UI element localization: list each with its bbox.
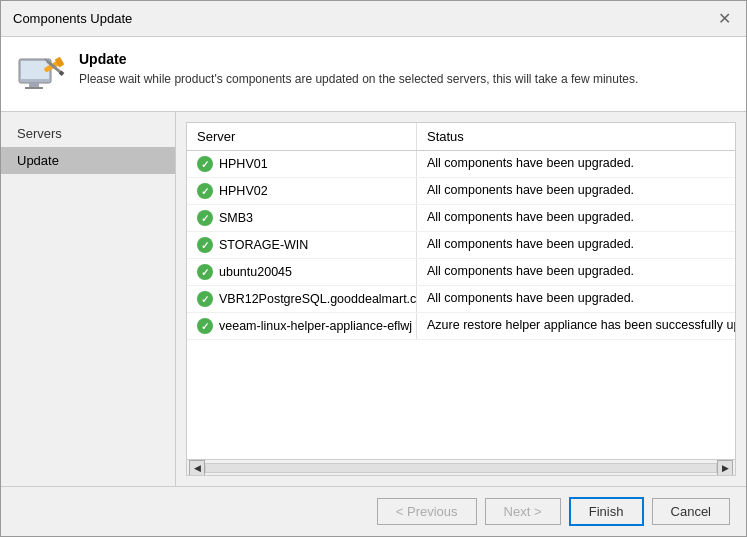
status-cell: All components have been upgraded. (417, 259, 735, 285)
status-cell: All components have been upgraded. (417, 151, 735, 177)
header-text: Update Please wait while product's compo… (79, 51, 638, 88)
svg-rect-3 (25, 87, 43, 89)
title-bar-left: Components Update (13, 11, 132, 26)
check-icon: ✓ (197, 318, 213, 334)
dialog-title: Components Update (13, 11, 132, 26)
svg-rect-2 (29, 83, 39, 87)
server-cell: ✓ubuntu20045 (187, 259, 417, 285)
table-body: ✓HPHV01All components have been upgraded… (187, 151, 735, 459)
table-row: ✓veeam-linux-helper-appliance-eflwjAzure… (187, 313, 735, 340)
check-icon: ✓ (197, 183, 213, 199)
server-cell: ✓SMB3 (187, 205, 417, 231)
next-button[interactable]: Next > (485, 498, 561, 525)
scrollbar-track[interactable] (205, 463, 717, 473)
check-icon: ✓ (197, 264, 213, 280)
status-cell: All components have been upgraded. (417, 232, 735, 258)
server-cell: ✓veeam-linux-helper-appliance-eflwj (187, 313, 417, 339)
col-server-header: Server (187, 123, 417, 150)
server-name: HPHV01 (219, 157, 268, 171)
header-description: Please wait while product's components a… (79, 71, 638, 88)
status-cell: Azure restore helper appliance has been … (417, 313, 735, 339)
check-icon: ✓ (197, 237, 213, 253)
check-icon: ✓ (197, 156, 213, 172)
table-row: ✓VBR12PostgreSQL.gooddealmart.caAll comp… (187, 286, 735, 313)
main-area: Servers Update Server Status ✓HPHV01All … (1, 112, 746, 486)
title-bar: Components Update ✕ (1, 1, 746, 37)
server-cell: ✓STORAGE-WIN (187, 232, 417, 258)
server-name: STORAGE-WIN (219, 238, 308, 252)
server-cell: ✓HPHV02 (187, 178, 417, 204)
server-cell: ✓HPHV01 (187, 151, 417, 177)
check-icon: ✓ (197, 210, 213, 226)
update-icon (17, 51, 65, 99)
server-name: ubuntu20045 (219, 265, 292, 279)
sidebar-item-update[interactable]: Update (1, 147, 175, 174)
col-status-header: Status (417, 123, 735, 150)
table-container: Server Status ✓HPHV01All components have… (186, 122, 736, 476)
table-row: ✓HPHV01All components have been upgraded… (187, 151, 735, 178)
dialog: Components Update ✕ (0, 0, 747, 537)
scroll-left-button[interactable]: ◀ (189, 460, 205, 476)
cancel-button[interactable]: Cancel (652, 498, 730, 525)
finish-button[interactable]: Finish (569, 497, 644, 526)
content-area: Server Status ✓HPHV01All components have… (176, 112, 746, 486)
footer: < Previous Next > Finish Cancel (1, 486, 746, 536)
server-name: HPHV02 (219, 184, 268, 198)
check-icon: ✓ (197, 291, 213, 307)
table-row: ✓STORAGE-WINAll components have been upg… (187, 232, 735, 259)
table-row: ✓SMB3All components have been upgraded. (187, 205, 735, 232)
sidebar: Servers Update (1, 112, 176, 486)
server-name: VBR12PostgreSQL.gooddealmart.ca (219, 292, 417, 306)
header-icon (17, 51, 65, 99)
status-cell: All components have been upgraded. (417, 178, 735, 204)
header-title: Update (79, 51, 638, 67)
close-button[interactable]: ✕ (714, 9, 734, 29)
server-name: veeam-linux-helper-appliance-eflwj (219, 319, 412, 333)
status-cell: All components have been upgraded. (417, 286, 735, 312)
table-row: ✓ubuntu20045All components have been upg… (187, 259, 735, 286)
server-cell: ✓VBR12PostgreSQL.gooddealmart.ca (187, 286, 417, 312)
sidebar-item-servers[interactable]: Servers (1, 120, 175, 147)
scrollbar-area[interactable]: ◀ ▶ (187, 459, 735, 475)
table-header: Server Status (187, 123, 735, 151)
header: Update Please wait while product's compo… (1, 37, 746, 112)
table-row: ✓HPHV02All components have been upgraded… (187, 178, 735, 205)
previous-button[interactable]: < Previous (377, 498, 477, 525)
status-cell: All components have been upgraded. (417, 205, 735, 231)
server-name: SMB3 (219, 211, 253, 225)
scroll-right-button[interactable]: ▶ (717, 460, 733, 476)
